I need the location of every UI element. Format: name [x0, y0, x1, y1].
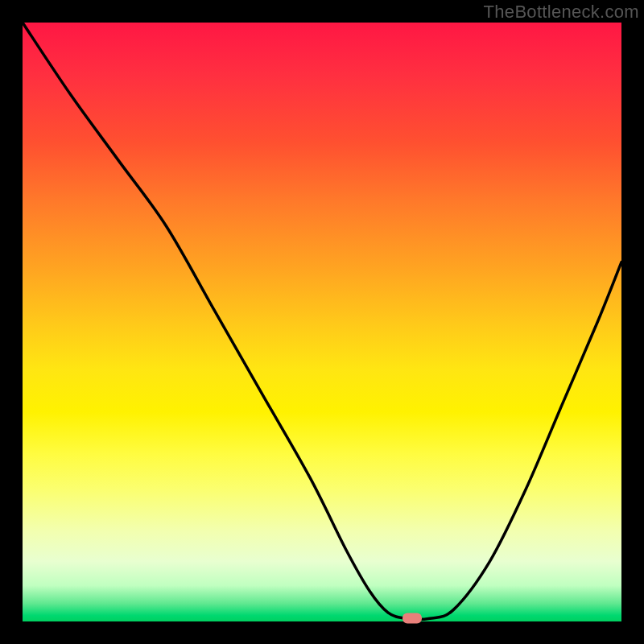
chart-container: TheBottleneck.com: [0, 0, 644, 644]
optimal-marker: [402, 613, 422, 624]
plot-area: [23, 23, 621, 621]
watermark-text: TheBottleneck.com: [484, 2, 639, 23]
bottleneck-curve: [23, 23, 621, 619]
curve-svg: [23, 23, 621, 621]
